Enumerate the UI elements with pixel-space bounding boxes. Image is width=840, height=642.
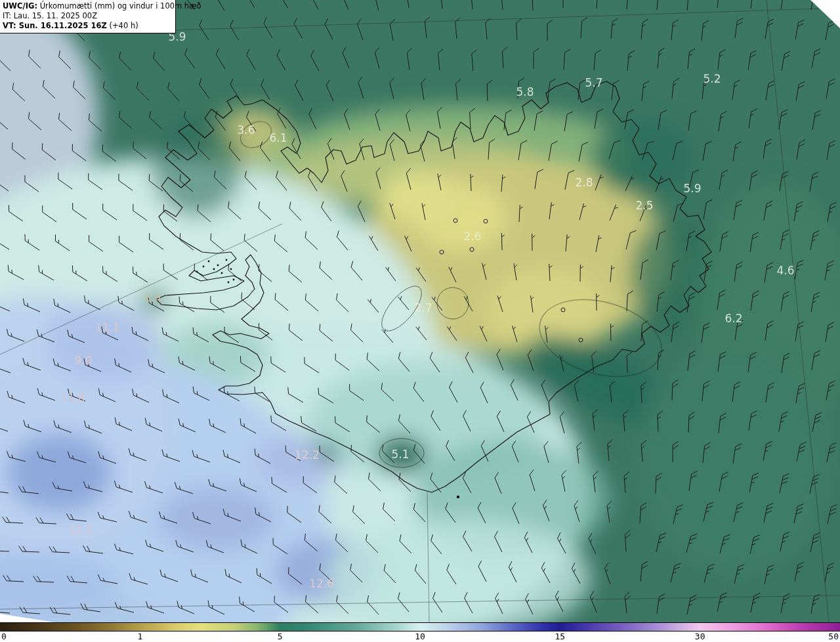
product-info-box: UWC/IG: Úrkomumætti (mm) og vindur i 100… (0, 0, 176, 33)
precipitation-field: 5.93.66.15.85.75.22.82.55.92.64.62.76.25… (0, 0, 840, 622)
colorbar-tick-labels: 01510153050 (0, 631, 840, 642)
precip-extremum-label: 3.6 (237, 123, 255, 137)
valid-time: VT: Sun. 16.11.2025 16Z (3, 21, 107, 30)
valid-time-line: VT: Sun. 16.11.2025 16Z (+40 h) (3, 21, 172, 31)
precip-extremum-label: 2.6 (463, 230, 481, 243)
precip-extremum-label: 5.1 (391, 448, 409, 461)
precip-extremum-label: 6.2 (724, 312, 742, 325)
precip-extremum-label: 12.6 (309, 577, 334, 590)
precip-extremum-label: 2.7 (414, 301, 432, 314)
precip-extremum-label: 4.6 (776, 264, 794, 277)
precip-extremum-label: 5.4 (144, 291, 161, 305)
colorbar-tick-label: 30 (695, 631, 705, 641)
colorbar-tick-label: 5 (278, 631, 283, 641)
precip-extremum-label: 2.5 (635, 199, 653, 212)
precip-extremum-label: 12.1 (68, 523, 93, 536)
precipitation-colorbar: 01510153050 (0, 622, 840, 642)
precip-extremum-label: 5.9 (683, 182, 701, 195)
product-title: Úrkomumætti (mm) og vindur i 100m hæð (37, 1, 201, 11)
precip-extremum-label: 6.1 (269, 131, 287, 144)
colorbar-tick-label: 15 (555, 631, 566, 641)
precip-extremum-label: 5.7 (585, 76, 602, 89)
colorbar-tick-label: 1 (137, 631, 142, 641)
precip-extremum-label: 5.2 (703, 72, 721, 85)
product-title-line: UWC/IG: Úrkomumætti (mm) og vindur i 100… (3, 1, 172, 11)
map-area: 5.93.66.15.85.75.22.82.55.92.64.62.76.25… (0, 0, 840, 622)
precip-extremum-label: 9.0 (74, 354, 92, 367)
precip-extremum-label: 2.8 (575, 176, 593, 189)
weather-map: 5.93.66.15.85.75.22.82.55.92.64.62.76.25… (0, 0, 840, 622)
init-time-line: IT: Lau. 15. 11. 2025 00Z (3, 11, 172, 21)
valid-offset: (+40 h) (107, 21, 138, 30)
precip-extremum-label: 5.8 (516, 85, 534, 98)
colorbar-tick-label: 50 (828, 631, 839, 641)
weather-map-page: 5.93.66.15.85.75.22.82.55.92.64.62.76.25… (0, 0, 840, 642)
colorbar-tick-label: 0 (1, 631, 7, 641)
precip-extremum-label: 11.1 (95, 321, 120, 334)
colorbar-tick-label: 10 (415, 631, 425, 641)
precip-extremum-label: 12.2 (295, 448, 320, 461)
colorbar-gradient (0, 622, 840, 631)
product-label: UWC/IG: (3, 1, 37, 11)
precip-extremum-label: 11.8 (60, 391, 85, 404)
